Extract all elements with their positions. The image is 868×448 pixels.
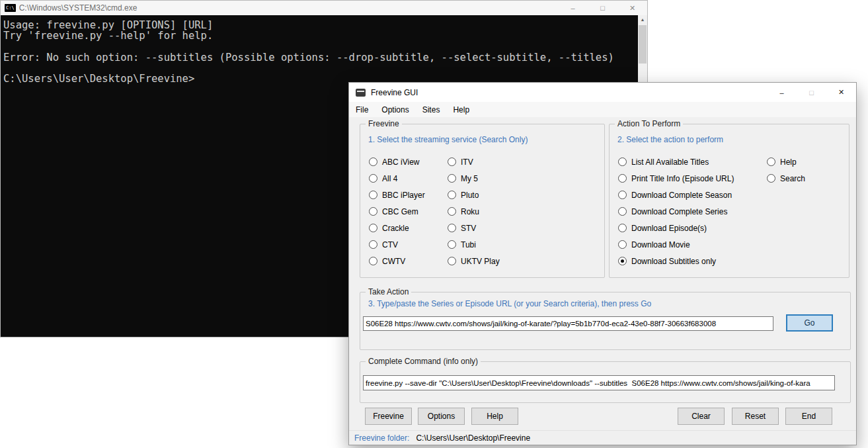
command-output-input[interactable] [363, 375, 835, 390]
service-radio-bbc-iplayer[interactable]: BBC iPlayer [369, 187, 448, 203]
radio-icon [618, 191, 627, 199]
radio-label: BBC iPlayer [382, 191, 425, 200]
take-action-groupbox: Take Action 3. Type/paste the Series or … [360, 292, 851, 350]
scrollbar-thumb[interactable] [639, 25, 647, 64]
action-groupbox: Action To Perform 2. Select the action t… [609, 124, 849, 278]
console-line [3, 42, 638, 52]
scroll-up-icon[interactable]: ▲ [638, 15, 647, 24]
service-radio-roku[interactable]: Roku [448, 203, 500, 220]
radio-label: CBC Gem [382, 207, 418, 216]
service-radio-pluto[interactable]: Pluto [448, 187, 500, 203]
action-radio-download-season[interactable]: Download Complete Season [618, 187, 767, 203]
radio-label: Download Complete Series [631, 207, 727, 216]
radio-icon [618, 174, 627, 183]
service-radio-cbc-gem[interactable]: CBC Gem [369, 203, 448, 220]
command-groupbox: Complete Command (info only) [360, 361, 851, 403]
menu-help[interactable]: Help [446, 103, 476, 116]
menu-bar: File Options Sites Help [349, 102, 856, 117]
radio-label: My 5 [461, 174, 478, 183]
radio-label: UKTV Play [461, 257, 500, 266]
service-group-label: Freevine [366, 119, 402, 128]
url-input[interactable] [363, 316, 773, 331]
radio-label: List All Available Titles [631, 157, 709, 167]
take-action-instruction: 3. Type/paste the Series or Episode URL … [368, 299, 651, 308]
radio-label: All 4 [382, 174, 397, 183]
radio-icon [448, 257, 456, 265]
gui-minimize-button[interactable]: – [767, 83, 797, 102]
options-button[interactable]: Options [418, 408, 465, 425]
action-radio-download-episodes[interactable]: Download Episode(s) [618, 220, 767, 236]
service-radio-abc-iview[interactable]: ABC iView [369, 154, 448, 170]
console-line: Try 'freevine.py --help' for help. [3, 30, 638, 41]
end-button[interactable]: End [785, 408, 832, 425]
radio-icon-selected [618, 257, 627, 265]
reset-button[interactable]: Reset [732, 408, 779, 425]
freevine-button[interactable]: Freevine [365, 408, 412, 425]
service-groupbox: Freevine 1. Select the streaming service… [360, 124, 605, 278]
action-radio-download-subtitles-only[interactable]: Download Subtitles only [618, 253, 767, 269]
radio-icon [618, 224, 627, 232]
cmd-close-button[interactable]: ✕ [617, 1, 647, 15]
service-radio-crackle[interactable]: Crackle [369, 220, 448, 236]
status-bar: Freevine folder: C:\Users\User\Desktop\F… [349, 430, 856, 445]
radio-label: Help [780, 157, 797, 167]
radio-icon [369, 157, 377, 166]
freevine-gui-window: Freevine GUI – □ ✕ File Options Sites He… [348, 82, 857, 445]
freevine-folder-path: C:\Users\User\Desktop\Freevine [416, 433, 530, 443]
take-action-group-label: Take Action [366, 287, 411, 296]
cmd-maximize-button[interactable]: □ [588, 1, 617, 15]
action-instruction: 2. Select the action to perform [617, 135, 723, 144]
gui-close-button[interactable]: ✕ [826, 83, 856, 102]
radio-label: CWTV [382, 257, 405, 266]
action-group-label: Action To Perform [615, 119, 683, 128]
clear-button[interactable]: Clear [678, 408, 725, 425]
radio-icon [448, 224, 456, 232]
action-radio-help[interactable]: Help [767, 154, 805, 170]
radio-label: ABC iView [382, 157, 419, 167]
radio-icon [448, 240, 456, 249]
service-radio-tubi[interactable]: Tubi [448, 236, 500, 253]
help-button[interactable]: Help [471, 408, 518, 425]
cmd-minimize-button[interactable]: – [558, 1, 588, 15]
radio-icon [618, 240, 627, 249]
menu-sites[interactable]: Sites [416, 103, 447, 116]
service-radio-cwtv[interactable]: CWTV [369, 253, 448, 269]
radio-icon [618, 207, 627, 216]
command-group-label: Complete Command (info only) [366, 357, 481, 366]
radio-label: Roku [461, 207, 479, 216]
go-button[interactable]: Go [786, 314, 833, 332]
action-radio-list-titles[interactable]: List All Available Titles [618, 154, 767, 170]
radio-icon [448, 174, 456, 183]
action-radio-download-series[interactable]: Download Complete Series [618, 203, 767, 220]
radio-label: Download Movie [631, 240, 690, 249]
action-radio-search[interactable]: Search [767, 170, 805, 187]
service-radio-stv[interactable]: STV [448, 220, 500, 236]
radio-icon [618, 157, 627, 166]
radio-label: ITV [461, 157, 473, 167]
service-radio-all4[interactable]: All 4 [369, 170, 448, 187]
gui-maximize-button[interactable]: □ [797, 83, 826, 102]
radio-icon [448, 157, 456, 166]
radio-icon [448, 191, 456, 199]
radio-label: Search [780, 174, 805, 183]
service-radio-my5[interactable]: My 5 [448, 170, 500, 187]
radio-icon [767, 157, 775, 166]
service-radio-itv[interactable]: ITV [448, 154, 500, 170]
action-radio-download-movie[interactable]: Download Movie [618, 236, 767, 253]
cmd-icon: C:\ [5, 4, 16, 12]
radio-icon [369, 224, 377, 232]
cmd-window-title: C:\Windows\SYSTEM32\cmd.exe [19, 3, 558, 13]
radio-label: CTV [382, 240, 398, 249]
service-radio-ctv[interactable]: CTV [369, 236, 448, 253]
action-radio-print-title-info[interactable]: Print Title Info (Episode URL) [618, 170, 767, 187]
freevine-app-icon [356, 89, 366, 97]
radio-icon [448, 207, 456, 216]
gui-window-title: Freevine GUI [371, 88, 767, 97]
gui-titlebar: Freevine GUI – □ ✕ [349, 83, 856, 102]
menu-options[interactable]: Options [375, 103, 415, 116]
service-radio-uktv-play[interactable]: UKTV Play [448, 253, 500, 269]
menu-file[interactable]: File [349, 103, 375, 116]
radio-label: Download Complete Season [631, 191, 732, 200]
status-label: Freevine folder: [354, 433, 409, 443]
radio-label: Download Subtitles only [631, 257, 716, 266]
